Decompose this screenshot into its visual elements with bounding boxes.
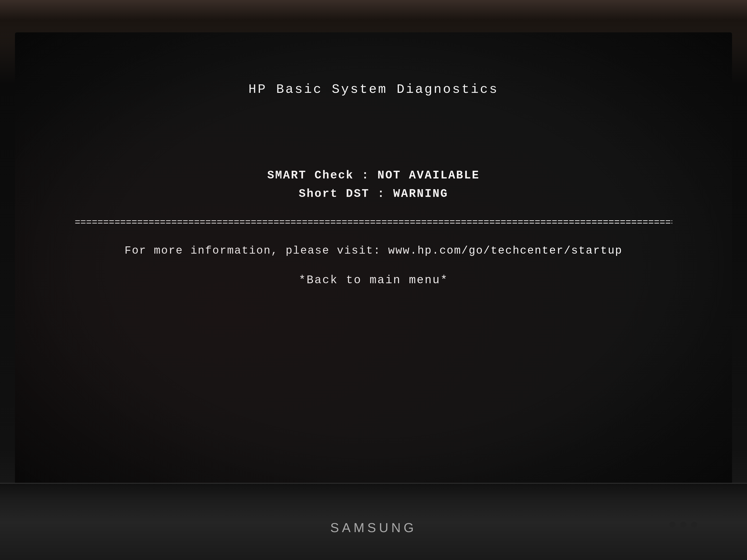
indicator-3 [691, 522, 697, 528]
bezel-indicators [669, 522, 697, 528]
screen-content: HP Basic System Diagnostics SMART Check … [15, 32, 732, 495]
info-line: For more information, please visit: www.… [125, 242, 622, 259]
main-title: HP Basic System Diagnostics [249, 82, 499, 97]
screen: HP Basic System Diagnostics SMART Check … [15, 32, 732, 495]
short-dst-result: Short DST : WARNING [267, 185, 480, 203]
back-menu-text[interactable]: *Back to main menu* [299, 274, 448, 287]
bottom-bezel: SAMSUNG [0, 483, 747, 560]
title-area: HP Basic System Diagnostics [249, 82, 499, 97]
indicator-1 [669, 522, 675, 528]
info-area: For more information, please visit: www.… [125, 242, 622, 259]
smart-check-result: SMART Check : NOT AVAILABLE [267, 166, 480, 185]
monitor-outer: HP Basic System Diagnostics SMART Check … [0, 0, 747, 560]
separator-line: ========================================… [75, 218, 672, 228]
indicator-2 [680, 522, 686, 528]
samsung-logo: SAMSUNG [330, 520, 417, 535]
diagnostics-results: SMART Check : NOT AVAILABLE Short DST : … [267, 166, 480, 203]
back-menu-area: *Back to main menu* [299, 274, 448, 287]
